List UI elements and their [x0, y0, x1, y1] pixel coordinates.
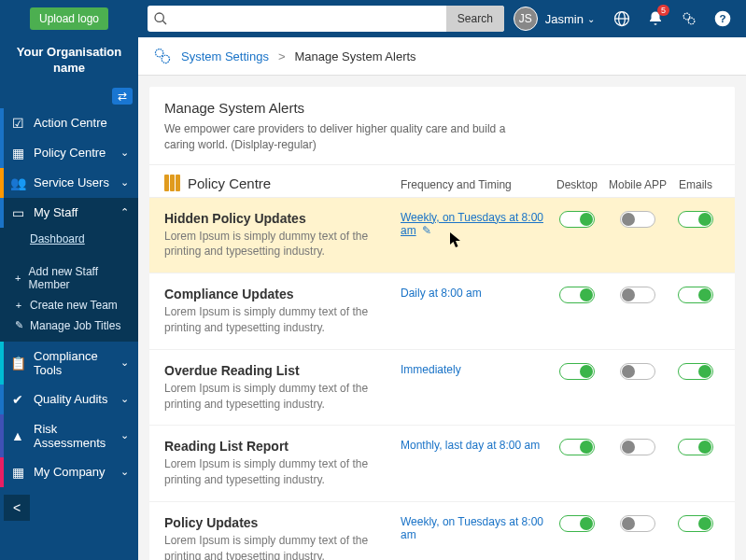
- toggle-switch[interactable]: [620, 211, 655, 228]
- toggle-switch[interactable]: [620, 363, 655, 380]
- toggle-switch[interactable]: [678, 211, 713, 228]
- sidebar-action-add-staff[interactable]: +Add new Staff Member: [0, 261, 138, 295]
- svg-text:?: ?: [719, 12, 725, 24]
- toggle-emails: [671, 515, 720, 532]
- alert-title: Reading List Report: [164, 439, 389, 454]
- sidebar-item-action-centre[interactable]: ☑ Action Centre: [0, 108, 138, 138]
- org-name: Your Organisation name: [0, 37, 138, 88]
- sidebar: Your Organisation name ⇄ ☑ Action Centre…: [0, 37, 138, 560]
- toggle-emails: [671, 439, 720, 455]
- page-header: Manage System Alerts We empower care pro…: [149, 87, 735, 165]
- toggle-switch[interactable]: [620, 515, 655, 532]
- toggle-emails: [671, 287, 720, 303]
- toggle-mobile: [604, 515, 671, 532]
- alert-description: Lorem Ipsum is simply dummy text of the …: [164, 381, 389, 413]
- toggle-switch[interactable]: [678, 439, 713, 455]
- breadcrumb-root[interactable]: System Settings: [181, 49, 269, 63]
- sidebar-action-manage-titles[interactable]: ✎Manage Job Titles: [0, 315, 138, 336]
- frequency-link[interactable]: Weekly, on Tuesdays at 8:00 am: [401, 515, 543, 541]
- sidebar-item-service-users[interactable]: 👥 Service Users ⌄: [0, 168, 138, 198]
- warning-icon: ▲: [9, 428, 26, 443]
- check-circle-icon: ✔: [9, 392, 26, 407]
- chevron-down-icon[interactable]: ⌄: [587, 14, 595, 24]
- sidebar-action-label: Create new Team: [30, 299, 118, 312]
- alert-description: Lorem Ipsum is simply dummy text of the …: [164, 304, 389, 336]
- collapse-sidebar-button[interactable]: <: [4, 495, 30, 521]
- chevron-up-icon: ⌃: [120, 206, 129, 218]
- sidebar-item-risk-assessments[interactable]: ▲ Risk Assessments ⌄: [0, 414, 138, 457]
- toggle-switch[interactable]: [620, 287, 655, 303]
- toggle-switch[interactable]: [678, 287, 713, 303]
- alert-frequency[interactable]: Daily at 8:00 am: [401, 287, 550, 300]
- sidebar-item-label: Risk Assessments: [34, 422, 120, 450]
- sidebar-action-create-team[interactable]: +Create new Team: [0, 295, 138, 315]
- my-staff-submenu: Dashboard +Add new Staff Member +Create …: [0, 228, 138, 342]
- toggle-switch[interactable]: [620, 439, 655, 455]
- chevron-down-icon: ⌄: [120, 429, 129, 441]
- frequency-link[interactable]: Immediately: [401, 363, 461, 376]
- toggle-desktop: [550, 363, 604, 380]
- logo-area: Upload logo: [0, 0, 138, 37]
- sidebar-item-label: Quality Audits: [34, 392, 120, 406]
- alert-row: Policy UpdatesLorem Ipsum is simply dumm…: [149, 502, 735, 560]
- sidebar-sub-dashboard[interactable]: Dashboard: [0, 230, 138, 248]
- col-header-frequency: Frequency and Timing: [401, 178, 550, 191]
- toggle-switch[interactable]: [559, 211, 595, 228]
- frequency-link[interactable]: Monthly, last day at 8:00 am: [401, 439, 540, 452]
- users-icon: 👥: [9, 175, 26, 190]
- toggle-switch[interactable]: [559, 439, 595, 455]
- alert-row: Reading List ReportLorem Ipsum is simply…: [149, 426, 735, 502]
- top-bar: Upload logo Search JS Jasmin ⌄ 5 ?: [0, 0, 746, 37]
- sidebar-item-quality-audits[interactable]: ✔ Quality Audits ⌄: [0, 385, 138, 414]
- content-card: Manage System Alerts We empower care pro…: [149, 87, 735, 560]
- alert-frequency[interactable]: Weekly, on Tuesdays at 8:00 am✎: [401, 211, 550, 237]
- sidebar-item-compliance-tools[interactable]: 📋 Compliance Tools ⌄: [0, 342, 138, 385]
- svg-point-10: [162, 55, 169, 63]
- sidebar-item-my-company[interactable]: ▦ My Company ⌄: [0, 457, 138, 487]
- toggle-switch[interactable]: [559, 287, 595, 303]
- settings-icon[interactable]: [673, 3, 705, 35]
- alert-frequency[interactable]: Monthly, last day at 8:00 am: [401, 439, 550, 452]
- svg-point-6: [688, 18, 695, 24]
- sidebar-item-my-staff[interactable]: ▭ My Staff ⌃: [0, 198, 138, 228]
- toggle-switch[interactable]: [559, 363, 595, 380]
- sidebar-item-label: Action Centre: [34, 116, 129, 130]
- bell-icon[interactable]: 5: [640, 3, 671, 35]
- sidebar-action-label: Add new Staff Member: [29, 265, 129, 291]
- search-button[interactable]: Search: [446, 6, 504, 32]
- clipboard-icon: 📋: [9, 356, 26, 371]
- toggle-desktop: [550, 287, 604, 303]
- toggle-switch[interactable]: [678, 515, 713, 532]
- settings-gears-icon: [153, 47, 172, 65]
- alert-frequency[interactable]: Immediately: [401, 363, 550, 376]
- pencil-icon[interactable]: ✎: [422, 224, 431, 237]
- chevron-down-icon: ⌄: [120, 357, 129, 369]
- help-icon[interactable]: ?: [707, 3, 739, 35]
- user-name[interactable]: Jasmin: [545, 12, 584, 26]
- search-wrap: Search: [138, 6, 514, 32]
- alert-frequency[interactable]: Weekly, on Tuesdays at 8:00 am: [401, 515, 550, 541]
- toggle-switch[interactable]: [559, 515, 595, 532]
- globe-icon[interactable]: [606, 3, 638, 35]
- alert-title: Policy Updates: [164, 515, 389, 530]
- alert-title: Overdue Reading List: [164, 363, 389, 378]
- toggle-desktop: [550, 211, 604, 228]
- chevron-down-icon: ⌄: [120, 176, 129, 189]
- chevron-down-icon: ⌄: [120, 466, 129, 478]
- checkbox-icon: ☑: [9, 116, 26, 131]
- swap-icon[interactable]: ⇄: [112, 88, 133, 105]
- search-input[interactable]: [174, 12, 446, 26]
- notification-badge: 5: [657, 5, 669, 16]
- frequency-link[interactable]: Daily at 8:00 am: [401, 287, 482, 300]
- alert-title: Compliance Updates: [164, 287, 389, 301]
- toggle-mobile: [604, 363, 671, 380]
- top-actions: JS Jasmin ⌄ 5 ?: [514, 3, 746, 35]
- avatar[interactable]: JS: [514, 7, 538, 31]
- toggle-desktop: [550, 515, 604, 532]
- toggle-switch[interactable]: [678, 363, 713, 380]
- toggle-desktop: [550, 439, 604, 455]
- sidebar-item-policy-centre[interactable]: ▦ Policy Centre ⌄: [0, 138, 138, 168]
- upload-logo-button[interactable]: Upload logo: [30, 7, 108, 30]
- alert-description: Lorem Ipsum is simply dummy text of the …: [164, 456, 389, 488]
- chevron-down-icon: ⌄: [120, 147, 129, 159]
